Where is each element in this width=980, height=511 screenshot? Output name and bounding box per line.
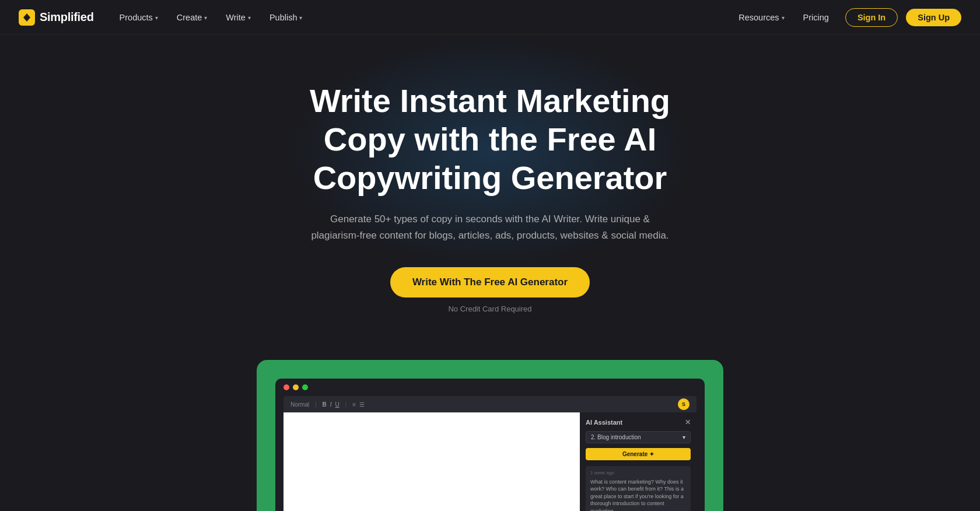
- ai-panel-header: AI Assistant ✕: [586, 418, 691, 426]
- nav-create[interactable]: Create ▾: [169, 9, 216, 26]
- hero-subtitle: Generate 50+ types of copy in seconds wi…: [309, 211, 671, 244]
- nav-right: Resources ▾ Pricing Sign In Sign Up: [730, 8, 961, 27]
- nav-publish[interactable]: Publish ▾: [261, 9, 311, 26]
- chevron-down-icon: ▾: [204, 15, 207, 21]
- chat-meta: 1 week ago: [590, 470, 686, 476]
- browser-dot-green: [302, 384, 308, 390]
- toolbar-list-icon: ☰: [359, 401, 365, 408]
- blog-intro-dropdown[interactable]: 2. Blog introduction ▾: [586, 431, 691, 443]
- nav-left: Simplified Products ▾ Create ▾ Write ▾ P…: [19, 9, 310, 26]
- chat-item-1: 1 week ago What is content marketing? Wh…: [586, 466, 691, 511]
- signin-button[interactable]: Sign In: [845, 8, 898, 27]
- toolbar-align-icon: ≡: [352, 401, 356, 408]
- no-credit-card-text: No Credit Card Required: [448, 304, 531, 313]
- browser-chrome: Normal | B I U | ≡ ☰ S AI Assistant ✕: [275, 379, 705, 511]
- ai-panel-title: AI Assistant: [586, 419, 622, 426]
- nav-pricing[interactable]: Pricing: [795, 9, 837, 26]
- cta-button[interactable]: Write With The Free AI Generator: [390, 267, 590, 298]
- ai-assistant-panel: AI Assistant ✕ 2. Blog introduction ▾ Ge…: [580, 412, 696, 511]
- chevron-down-icon: ▾: [682, 434, 685, 440]
- logo-text: Simplified: [40, 10, 94, 24]
- toolbar-italic-icon: I: [330, 401, 332, 408]
- nav-right-links: Resources ▾ Pricing: [730, 9, 837, 26]
- chevron-down-icon: ▾: [248, 15, 251, 21]
- chevron-down-icon: ▾: [782, 15, 785, 21]
- toolbar-logo-icon: S: [678, 398, 690, 410]
- browser-dots: [284, 384, 696, 390]
- editor-area: AI Assistant ✕ 2. Blog introduction ▾ Ge…: [284, 412, 696, 511]
- nav-products[interactable]: Products ▾: [111, 9, 166, 26]
- generate-button[interactable]: Generate ✦: [586, 448, 691, 460]
- preview-section: Normal | B I U | ≡ ☰ S AI Assistant ✕: [0, 348, 980, 511]
- nav-items: Products ▾ Create ▾ Write ▾ Publish ▾: [111, 9, 311, 26]
- hero-section: Write Instant Marketing Copy with the Fr…: [0, 35, 980, 348]
- toolbar-underline-icon: U: [335, 401, 340, 408]
- toolbar-bold-icon: B: [323, 401, 327, 408]
- logo-icon: [19, 9, 35, 26]
- chevron-down-icon: ▾: [155, 15, 158, 21]
- browser-dot-red: [284, 384, 289, 390]
- logo[interactable]: Simplified: [19, 9, 94, 26]
- chevron-down-icon: ▾: [299, 15, 302, 21]
- navbar: Simplified Products ▾ Create ▾ Write ▾ P…: [0, 0, 980, 35]
- signup-button[interactable]: Sign Up: [906, 9, 961, 26]
- nav-write[interactable]: Write ▾: [218, 9, 259, 26]
- nav-resources[interactable]: Resources ▾: [730, 9, 792, 26]
- editor-toolbar: Normal | B I U | ≡ ☰ S: [284, 396, 696, 412]
- toolbar-text: Normal: [290, 401, 309, 408]
- editor-main[interactable]: [284, 412, 580, 511]
- close-icon[interactable]: ✕: [685, 418, 691, 426]
- preview-card: Normal | B I U | ≡ ☰ S AI Assistant ✕: [257, 360, 723, 511]
- hero-title: Write Instant Marketing Copy with the Fr…: [292, 82, 688, 197]
- browser-dot-yellow: [293, 384, 299, 390]
